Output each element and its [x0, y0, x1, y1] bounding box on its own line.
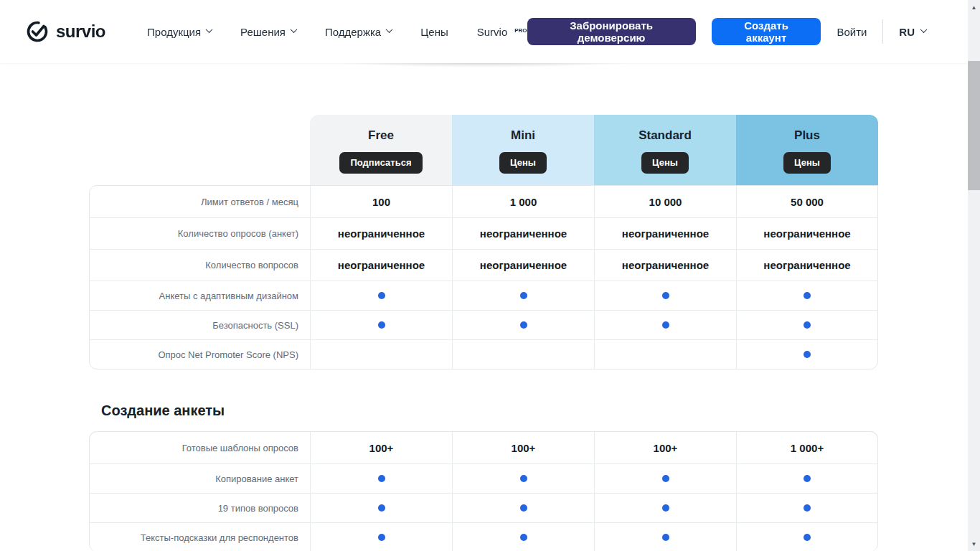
vertical-scrollbar[interactable]: ▲ ▼	[968, 0, 980, 551]
nav-item-support[interactable]: Поддержка	[325, 26, 392, 38]
feature-availability-cell	[736, 464, 877, 493]
feature-value-cell: 100	[310, 186, 452, 217]
chevron-down-icon	[290, 26, 297, 33]
feature-availability-cell	[310, 340, 452, 369]
table-row: Количество опросов (анкет)неограниченное…	[90, 217, 877, 249]
feature-value-cell: 10 000	[594, 186, 736, 217]
feature-availability-cell	[452, 494, 594, 522]
feature-availability-cell	[594, 494, 736, 522]
included-dot-icon	[804, 504, 811, 512]
feature-availability-cell	[736, 281, 877, 310]
feature-availability-cell	[736, 494, 877, 522]
pricing-table-2: Готовые шаблоны опросов100+100+100+1 000…	[89, 431, 878, 551]
feature-label: 19 типов вопросов	[90, 494, 310, 522]
feature-label: Готовые шаблоны опросов	[90, 432, 310, 463]
feature-label: Опрос Net Promoter Score (NPS)	[90, 340, 310, 369]
plan-headers: Free Подписаться Mini Цены Standard Цены…	[89, 115, 878, 185]
feature-availability-cell	[594, 311, 736, 339]
nav-item-products[interactable]: Продукция	[147, 26, 212, 38]
prices-button[interactable]: Цены	[641, 152, 689, 174]
table-row: Готовые шаблоны опросов100+100+100+1 000…	[90, 432, 877, 463]
feature-value-cell: 100+	[452, 432, 594, 463]
subscribe-button[interactable]: Подписаться	[339, 152, 422, 174]
plan-header-plus: Plus Цены	[736, 115, 878, 185]
book-demo-button[interactable]: Забронировать демоверсию	[527, 18, 696, 45]
scroll-down-arrow-icon[interactable]: ▼	[968, 538, 980, 550]
language-label: RU	[899, 26, 915, 38]
prices-button[interactable]: Цены	[783, 152, 831, 174]
feature-value-cell: неограниченное	[452, 218, 594, 249]
feature-availability-cell	[736, 340, 877, 369]
pricing-table-1: Free Подписаться Mini Цены Standard Цены…	[89, 115, 878, 369]
table-row: Копирование анкет	[90, 463, 877, 493]
plan-header-mini: Mini Цены	[452, 115, 594, 185]
feature-label: Лимит ответов / месяц	[90, 186, 310, 217]
feature-value-cell: неограниченное	[310, 250, 452, 281]
nav-item-survio-pro[interactable]: Survio PRO	[477, 26, 527, 38]
section-title: Создание анкеты	[101, 402, 968, 419]
feature-label: Анкеты с адаптивным дизайном	[90, 281, 310, 310]
included-dot-icon	[804, 292, 811, 299]
included-dot-icon	[378, 504, 385, 512]
scrollbar-thumb[interactable]	[968, 61, 980, 190]
plan-header-spacer	[89, 115, 310, 185]
feature-label: Количество опросов (анкет)	[90, 218, 310, 249]
nav-item-pricing[interactable]: Цены	[420, 26, 448, 38]
feature-availability-cell	[736, 523, 877, 551]
table-row: Количество вопросовнеограниченноенеогран…	[90, 249, 877, 281]
feature-table-general: Лимит ответов / месяц1001 00010 00050 00…	[89, 185, 878, 369]
nav-label: Решения	[240, 26, 286, 38]
feature-table-creation: Готовые шаблоны опросов100+100+100+1 000…	[89, 431, 878, 551]
table-row: Анкеты с адаптивным дизайном	[90, 281, 877, 310]
included-dot-icon	[520, 292, 527, 299]
feature-availability-cell	[736, 311, 877, 339]
feature-availability-cell	[310, 523, 452, 551]
plan-name: Mini	[511, 128, 535, 143]
feature-availability-cell	[310, 464, 452, 493]
feature-label: Безопасность (SSL)	[90, 311, 310, 339]
included-dot-icon	[378, 534, 385, 541]
included-dot-icon	[804, 321, 811, 329]
feature-availability-cell	[594, 281, 736, 310]
included-dot-icon	[662, 292, 669, 299]
feature-value-cell: 1 000+	[736, 432, 877, 463]
feature-availability-cell	[452, 281, 594, 310]
table-row: 19 типов вопросов	[90, 493, 877, 522]
plan-header-standard: Standard Цены	[594, 115, 736, 185]
scroll-up-arrow-icon[interactable]: ▲	[968, 1, 980, 13]
page-content: Free Подписаться Mini Цены Standard Цены…	[0, 0, 968, 551]
login-link[interactable]: Войти	[837, 26, 867, 38]
included-dot-icon	[662, 504, 669, 512]
feature-value-cell: неограниченное	[310, 218, 452, 249]
feature-availability-cell	[452, 464, 594, 493]
included-dot-icon	[378, 292, 385, 299]
included-dot-icon	[662, 321, 669, 329]
feature-availability-cell	[594, 340, 736, 369]
chevron-down-icon	[206, 26, 213, 33]
included-dot-icon	[662, 475, 669, 482]
feature-availability-cell	[452, 523, 594, 551]
nav-item-solutions[interactable]: Решения	[240, 26, 296, 38]
feature-value-cell: 100+	[594, 432, 736, 463]
chevron-down-icon	[386, 26, 393, 33]
plan-name: Standard	[639, 128, 692, 143]
included-dot-icon	[804, 534, 811, 541]
included-dot-icon	[804, 475, 811, 482]
nav-label: Цены	[420, 26, 448, 38]
table-row: Безопасность (SSL)	[90, 310, 877, 339]
feature-value-cell: неограниченное	[594, 218, 736, 249]
topbar-right: Забронировать демоверсию Создать аккаунт…	[527, 18, 946, 45]
create-account-button[interactable]: Создать аккаунт	[712, 18, 821, 45]
prices-button[interactable]: Цены	[499, 152, 547, 174]
included-dot-icon	[520, 504, 527, 512]
language-selector[interactable]: RU	[899, 26, 926, 38]
feature-availability-cell	[594, 523, 736, 551]
nav-label: Продукция	[147, 26, 201, 38]
feature-value-cell: неограниченное	[736, 250, 877, 281]
plan-name: Plus	[794, 128, 820, 143]
included-dot-icon	[804, 351, 811, 358]
logo[interactable]: survio	[25, 19, 105, 44]
table-row: Тексты-подсказки для респондентов	[90, 522, 877, 551]
table-row: Опрос Net Promoter Score (NPS)	[90, 339, 877, 369]
feature-value-cell: 1 000	[452, 186, 594, 217]
